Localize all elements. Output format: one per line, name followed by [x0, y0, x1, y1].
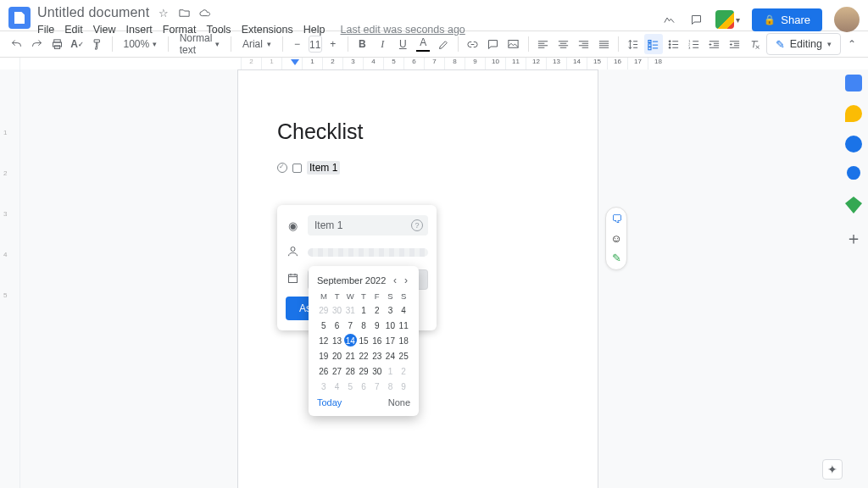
calendar-day[interactable]: 7	[370, 380, 383, 392]
calendar-day[interactable]: 19	[317, 349, 330, 362]
decrease-indent-button[interactable]	[705, 34, 724, 54]
document-title[interactable]: Untitled document	[37, 5, 149, 20]
calendar-day[interactable]: 4	[398, 303, 410, 316]
calendar-day[interactable]: 5	[344, 380, 357, 392]
align-left-button[interactable]	[533, 34, 552, 54]
align-right-button[interactable]	[574, 34, 593, 54]
comments-icon[interactable]	[688, 12, 704, 27]
get-addons-button[interactable]: ＋	[845, 227, 862, 250]
calendar-day[interactable]: 3	[317, 380, 330, 392]
calendar-day[interactable]: 11	[398, 319, 410, 331]
calendar-day[interactable]: 1	[384, 364, 397, 377]
calendar-day[interactable]: 29	[357, 364, 370, 377]
calendar-day[interactable]: 6	[357, 380, 370, 392]
increase-fontsize-button[interactable]: +	[324, 34, 342, 54]
undo-button[interactable]	[7, 34, 25, 54]
suggest-edits-icon[interactable]: ✎	[612, 252, 621, 264]
tasks-app-icon[interactable]	[845, 136, 862, 152]
checkbox-icon[interactable]	[292, 164, 302, 173]
calendar-day[interactable]: 23	[370, 349, 383, 362]
prev-month-button[interactable]: ‹	[391, 274, 399, 286]
checklist-item[interactable]: Item 1	[277, 161, 559, 175]
cloud-status-icon[interactable]	[197, 5, 212, 20]
share-button[interactable]: 🔒 Share	[752, 8, 822, 31]
calendar-day[interactable]: 3	[384, 303, 397, 316]
next-month-button[interactable]: ›	[402, 274, 410, 286]
calendar-day[interactable]: 17	[384, 334, 397, 347]
redo-button[interactable]	[27, 34, 46, 54]
decrease-fontsize-button[interactable]: −	[288, 34, 307, 54]
calendar-day[interactable]: 7	[344, 319, 357, 331]
task-title-input[interactable]: Item 1 ?	[308, 215, 428, 236]
increase-indent-button[interactable]	[726, 34, 744, 54]
move-icon[interactable]	[176, 5, 192, 20]
assignee-input[interactable]	[308, 248, 428, 257]
keep-app-icon[interactable]	[845, 105, 862, 122]
underline-button[interactable]: U	[393, 34, 412, 54]
calendar-day[interactable]: 30	[370, 364, 383, 377]
calendar-app-icon[interactable]	[845, 75, 862, 92]
calendar-day[interactable]: 8	[384, 380, 397, 392]
add-emoji-icon[interactable]: ☺	[610, 232, 621, 245]
indent-marker-icon[interactable]	[291, 59, 299, 65]
calendar-day[interactable]: 24	[384, 349, 397, 362]
paragraph-style-dropdown[interactable]: Normal text▾	[174, 34, 226, 54]
checklist-button[interactable]	[644, 34, 663, 54]
calendar-day[interactable]: 27	[331, 364, 343, 377]
line-spacing-button[interactable]	[624, 34, 643, 54]
spellcheck-button[interactable]: A✓	[68, 34, 86, 54]
insert-comment-button[interactable]	[484, 34, 503, 54]
explore-button[interactable]: ✦	[822, 459, 843, 480]
none-button[interactable]: None	[388, 397, 410, 408]
today-button[interactable]: Today	[317, 397, 342, 408]
collapse-toolbar-button[interactable]: ⌃	[848, 38, 856, 50]
bold-button[interactable]: B	[353, 34, 371, 54]
calendar-day[interactable]: 8	[357, 319, 370, 331]
calendar-day[interactable]: 12	[317, 334, 330, 347]
text-color-button[interactable]: A	[414, 34, 432, 54]
calendar-day[interactable]: 22	[357, 349, 370, 362]
italic-button[interactable]: I	[373, 34, 392, 54]
calendar-day[interactable]: 28	[344, 364, 357, 377]
insert-image-button[interactable]	[504, 34, 523, 54]
maps-app-icon[interactable]	[845, 197, 862, 214]
calendar-day[interactable]: 1	[357, 303, 370, 316]
zoom-dropdown[interactable]: 100%▾	[118, 34, 164, 54]
calendar-day[interactable]: 9	[398, 380, 410, 392]
calendar-day[interactable]: 9	[370, 319, 383, 331]
meet-button[interactable]: ▾	[715, 10, 740, 29]
docs-logo-icon[interactable]	[8, 7, 31, 29]
calendar-day[interactable]: 4	[331, 380, 343, 392]
mode-dropdown[interactable]: ✎ Editing ▾	[766, 33, 841, 55]
calendar-day[interactable]: 18	[398, 334, 410, 347]
menu-help[interactable]: Help	[303, 24, 326, 36]
calendar-day[interactable]: 20	[331, 349, 343, 362]
bulleted-list-button[interactable]	[665, 34, 683, 54]
calendar-day[interactable]: 25	[398, 349, 410, 362]
contacts-app-icon[interactable]	[845, 166, 862, 183]
calendar-day[interactable]: 14	[344, 334, 357, 347]
calendar-day[interactable]: 29	[317, 303, 330, 316]
calendar-day[interactable]: 6	[331, 319, 343, 331]
calendar-day[interactable]: 21	[344, 349, 357, 362]
numbered-list-button[interactable]: 123	[685, 34, 704, 54]
clear-formatting-button[interactable]	[746, 34, 765, 54]
calendar-day[interactable]: 13	[331, 334, 343, 347]
calendar-day[interactable]: 16	[370, 334, 383, 347]
calendar-day[interactable]: 2	[398, 364, 410, 377]
align-justify-button[interactable]	[594, 34, 613, 54]
calendar-day[interactable]: 30	[331, 303, 343, 316]
activity-icon[interactable]	[661, 12, 676, 27]
calendar-day[interactable]: 15	[357, 334, 370, 347]
highlight-button[interactable]	[434, 34, 453, 54]
font-family-dropdown[interactable]: Arial▾	[236, 34, 277, 54]
align-center-button[interactable]	[554, 34, 572, 54]
help-icon[interactable]: ?	[411, 219, 423, 231]
assign-task-icon[interactable]	[277, 163, 287, 173]
star-icon[interactable]: ☆	[156, 5, 171, 20]
calendar-day[interactable]: 2	[370, 303, 383, 316]
font-size-input[interactable]: 11	[309, 36, 322, 53]
calendar-day[interactable]: 26	[317, 364, 330, 377]
paint-format-button[interactable]	[88, 34, 107, 54]
account-avatar[interactable]	[834, 7, 860, 32]
